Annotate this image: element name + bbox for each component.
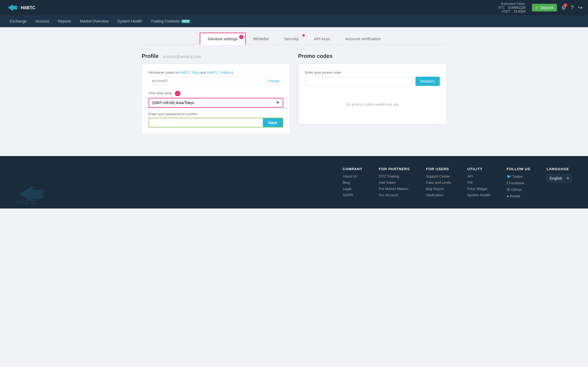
tab-security-label: Security bbox=[284, 36, 299, 41]
footer: COMPANY About Us Blog Legal GDPR FOR PAR… bbox=[0, 156, 588, 209]
password-label: Enter your password to confirm bbox=[149, 112, 283, 116]
estimated-label: Estimated Value: bbox=[501, 2, 526, 6]
svg-text:HitBTC: HitBTC bbox=[16, 198, 37, 205]
top-header: HitBTC Estimated Value: BTC 0.00691120 U… bbox=[0, 0, 588, 15]
footer-link-gdpr[interactable]: GDPR bbox=[343, 193, 362, 197]
footer-partners: FOR PARTNERS OTC Trading Add Token For M… bbox=[379, 167, 410, 200]
profile-section: Profile account@aerial-p.com Nickname (u… bbox=[142, 53, 290, 134]
footer-language: LANGUAGE English Chinese Korean Russian … bbox=[547, 167, 572, 200]
footer-link-bug-report[interactable]: Bug Report bbox=[426, 187, 451, 191]
usdt-value: 24.9324 bbox=[514, 10, 525, 13]
footer-link-facebook[interactable]: f Facebook bbox=[507, 181, 530, 185]
password-input[interactable] bbox=[149, 118, 263, 127]
language-select[interactable]: English Chinese Korean Russian Spanish bbox=[547, 174, 572, 182]
footer-users: FOR USERS Support Center Fees and Limits… bbox=[426, 167, 451, 200]
tab-api-keys-label: API keys bbox=[314, 36, 330, 41]
btc-label: BTC bbox=[498, 6, 505, 10]
logout-button[interactable]: ↪ bbox=[578, 4, 583, 11]
change-nickname-link[interactable]: Change bbox=[267, 79, 280, 83]
footer-utility: UTILITY API FIX Price Widget System Heal… bbox=[467, 167, 490, 200]
footer-link-twitter[interactable]: 🐦 Twitter bbox=[507, 174, 530, 179]
profile-subtitle: account@aerial-p.com bbox=[163, 54, 201, 59]
nav-reports[interactable]: Reports bbox=[54, 15, 76, 27]
footer-link-system-health[interactable]: System Health bbox=[467, 193, 490, 197]
svg-point-4 bbox=[41, 193, 43, 195]
footer-users-title: FOR USERS bbox=[426, 167, 451, 171]
hitbtc-blog-link[interactable]: HitBTC Blog bbox=[180, 70, 199, 74]
redeem-button[interactable]: Redeem bbox=[415, 77, 440, 86]
btc-value: 0.00691120 bbox=[508, 6, 525, 10]
logo-icon bbox=[5, 3, 19, 13]
facebook-icon: f bbox=[507, 181, 508, 185]
tab-security[interactable]: Security bbox=[276, 33, 306, 45]
footer-link-fix[interactable]: FIX bbox=[467, 181, 490, 185]
svg-point-1 bbox=[16, 7, 17, 8]
header-right: Estimated Value: BTC 0.00691120 USDT 24.… bbox=[498, 2, 583, 13]
profile-title: Profile account@aerial-p.com bbox=[142, 53, 290, 59]
footer-link-pro-account[interactable]: Pro Account bbox=[379, 193, 410, 197]
svg-text:HitBTC: HitBTC bbox=[21, 5, 36, 10]
tab-account-verification[interactable]: Account verification bbox=[338, 33, 388, 45]
tab-whitelist[interactable]: Whitelist bbox=[246, 33, 276, 45]
hitbtc-trollbox-link[interactable]: HitBTC Trollbox bbox=[207, 70, 232, 74]
timezone-badge: 2 bbox=[175, 91, 180, 96]
page-content: General settings 1 Whitelist Security AP… bbox=[131, 27, 457, 140]
nickname-row: account3 Change bbox=[149, 76, 283, 85]
nav-exchange[interactable]: Exchange bbox=[5, 15, 31, 27]
settings-button[interactable]: ⚙ 1 bbox=[561, 4, 566, 11]
footer-link-fees[interactable]: Fees and Limits bbox=[426, 181, 451, 185]
logo-area: HitBTC bbox=[5, 3, 42, 13]
reddit-icon: ● bbox=[507, 194, 509, 198]
tab-whitelist-label: Whitelist bbox=[253, 36, 269, 41]
save-button[interactable]: Save bbox=[263, 118, 283, 127]
main-nav: Exchange Account Reports Market Overview… bbox=[0, 15, 588, 27]
security-dot bbox=[303, 34, 305, 36]
footer-company: COMPANY About Us Blog Legal GDPR bbox=[343, 167, 362, 200]
deposit-dot bbox=[536, 6, 538, 9]
settings-badge: 1 bbox=[564, 3, 567, 7]
tab-general-settings[interactable]: General settings 1 bbox=[200, 33, 246, 45]
profile-card: Nickname (used on HitBTC Blog and HitBTC… bbox=[142, 64, 290, 134]
footer-link-otc[interactable]: OTC Trading bbox=[379, 174, 410, 178]
footer-follow: FOLLOW US 🐦 Twitter f Facebook ⚙ Github … bbox=[507, 167, 530, 200]
footer-link-reddit[interactable]: ● Reddit bbox=[507, 194, 530, 198]
footer-link-market-makers[interactable]: For Market Makers bbox=[379, 187, 410, 191]
footer-language-title: LANGUAGE bbox=[547, 167, 572, 171]
tab-general-badge: 1 bbox=[239, 35, 244, 39]
usdt-label: USDT bbox=[501, 10, 510, 13]
footer-link-price-widget[interactable]: Price Widget bbox=[467, 187, 490, 191]
main-two-col: Profile account@aerial-p.com Nickname (u… bbox=[142, 53, 447, 134]
tab-api-keys[interactable]: API keys bbox=[306, 33, 338, 45]
tabs-container: General settings 1 Whitelist Security AP… bbox=[142, 33, 447, 45]
footer-link-support[interactable]: Support Center bbox=[426, 174, 451, 178]
footer-utility-title: UTILITY bbox=[467, 167, 490, 171]
timezone-select[interactable]: (GMT+09:00) Asia/Tokyo (GMT-12:00) Inter… bbox=[149, 98, 283, 108]
password-row: Save bbox=[149, 118, 283, 127]
tab-general-label: General settings bbox=[208, 36, 238, 41]
footer-link-api[interactable]: API bbox=[467, 174, 490, 178]
nav-trading-contests[interactable]: Trading Contests NEW bbox=[146, 15, 195, 27]
footer-logo-watermark: HitBTC bbox=[16, 183, 49, 206]
deposit-button[interactable]: Deposit bbox=[532, 4, 557, 11]
nav-system-health[interactable]: System Health bbox=[113, 15, 146, 27]
footer-link-about-us[interactable]: About Us bbox=[343, 174, 362, 178]
promo-title: Promo codes bbox=[298, 53, 447, 59]
nickname-value: account3 bbox=[152, 79, 168, 83]
footer-follow-title: FOLLOW US bbox=[507, 167, 530, 171]
promo-code-input[interactable] bbox=[305, 77, 413, 86]
nickname-label: Nickname (used on HitBTC Blog and HitBTC… bbox=[149, 70, 283, 74]
footer-link-blog[interactable]: Blog bbox=[343, 181, 362, 185]
footer-link-verification[interactable]: Verification bbox=[426, 193, 451, 197]
new-badge: NEW bbox=[181, 20, 190, 23]
nav-market-overview[interactable]: Market Overview bbox=[76, 15, 113, 27]
estimated-value: Estimated Value: BTC 0.00691120 USDT 24.… bbox=[498, 2, 525, 13]
help-button[interactable]: ? bbox=[571, 5, 574, 11]
footer-links: COMPANY About Us Blog Legal GDPR FOR PAR… bbox=[16, 167, 572, 200]
promo-row: Redeem bbox=[305, 77, 440, 86]
promo-input-label: Enter your promo code bbox=[305, 70, 440, 74]
github-icon: ⚙ bbox=[507, 187, 510, 192]
footer-link-github[interactable]: ⚙ Github bbox=[507, 187, 530, 192]
nav-account[interactable]: Account bbox=[31, 15, 54, 27]
footer-link-legal[interactable]: Legal bbox=[343, 187, 362, 191]
footer-link-add-token[interactable]: Add Token bbox=[379, 181, 410, 185]
